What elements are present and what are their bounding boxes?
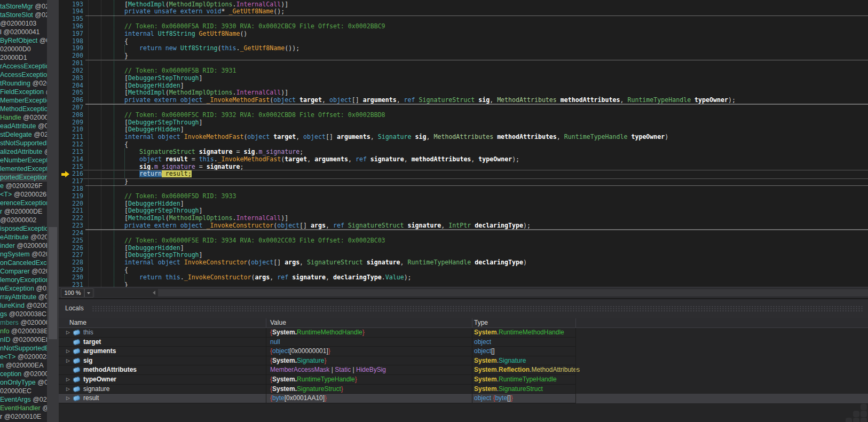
- code-line[interactable]: 211internal object InvokeMethodFast(obje…: [59, 134, 868, 141]
- line-number[interactable]: 231: [64, 282, 83, 287]
- execution-pointer-icon[interactable]: [61, 170, 73, 178]
- line-number[interactable]: 225: [64, 237, 83, 245]
- code-line[interactable]: 201: [59, 60, 868, 67]
- code-line[interactable]: 209[DebuggerStepThrough]: [59, 119, 868, 127]
- code-line[interactable]: 205[MethodImpl(MethodImplOptions.Interna…: [59, 89, 868, 97]
- tree-item[interactable]: taStoreMgr @02000: [0, 2, 47, 11]
- code-line[interactable]: 222[MethodImpl(MethodImplOptions.Interna…: [59, 215, 868, 222]
- tree-item[interactable]: ngSystem @02000: [0, 250, 47, 259]
- expander-icon[interactable]: ▷: [66, 375, 70, 384]
- code-line[interactable]: 215sig.m_signature = signature;: [59, 163, 868, 171]
- line-number[interactable]: 221: [64, 207, 83, 215]
- line-number[interactable]: 226: [64, 245, 83, 252]
- code-line[interactable]: 223private extern object _InvokeConstruc…: [59, 222, 868, 230]
- line-number[interactable]: 207: [64, 104, 83, 112]
- code-editor[interactable]: 193[MethodImpl(MethodImplOptions.Interna…: [59, 0, 868, 287]
- line-number[interactable]: 201: [64, 60, 83, 67]
- tree-item[interactable]: Handle @0200010: [0, 113, 47, 122]
- line-number[interactable]: 224: [64, 230, 83, 237]
- line-number[interactable]: 222: [64, 215, 83, 222]
- locals-row[interactable]: ▷typeOwner{System.RuntimeTypeHandle}Syst…: [59, 375, 575, 385]
- tree-item[interactable]: nNotSupportedExce: [0, 344, 47, 353]
- tree-item[interactable]: r @0200010E: [0, 412, 47, 421]
- locals-row[interactable]: targetnullobject: [59, 338, 575, 347]
- line-number[interactable]: 195: [64, 15, 83, 23]
- code-line[interactable]: 194private unsafe extern void* _GetUtf8N…: [59, 8, 868, 15]
- tree-item[interactable]: lemoryException: [0, 276, 47, 284]
- tree-item[interactable]: ByRefObject @0200: [0, 36, 47, 45]
- line-number[interactable]: 205: [64, 89, 83, 97]
- code-line[interactable]: 199return new Utf8String(this._GetUtf8Na…: [59, 45, 868, 52]
- tree-item[interactable]: eNumberException: [0, 156, 47, 165]
- line-number[interactable]: 214: [64, 156, 83, 163]
- tree-item[interactable]: lementedException: [0, 165, 47, 173]
- tree-item[interactable]: gs @0200038C: [0, 310, 47, 318]
- line-number[interactable]: 203: [64, 75, 83, 82]
- line-number[interactable]: 193: [64, 1, 83, 9]
- line-number[interactable]: 208: [64, 112, 83, 119]
- locals-row[interactable]: methodAttributesMemberAccessMask | Stati…: [59, 365, 575, 375]
- tree-item[interactable]: mbers @020000E7: [0, 318, 47, 327]
- code-line[interactable]: 195: [59, 15, 868, 23]
- zoom-level[interactable]: 100 %: [61, 288, 84, 298]
- code-line[interactable]: 200}: [59, 52, 868, 60]
- code-line[interactable]: 193[MethodImpl(MethodImplOptions.Interna…: [59, 1, 868, 9]
- line-number[interactable]: 210: [64, 126, 83, 134]
- tree-item[interactable]: AccessException @0: [0, 71, 47, 79]
- variable-value[interactable]: {System.RuntimeTypeHandle}: [270, 375, 357, 384]
- line-number[interactable]: 211: [64, 134, 83, 141]
- line-number[interactable]: 218: [64, 185, 83, 193]
- column-divider[interactable]: [266, 318, 266, 328]
- code-line[interactable]: 219// Token: 0x06000F5D RID: 3933: [59, 193, 868, 200]
- tree-item[interactable]: eAttribute @02000: [0, 233, 47, 241]
- expander-icon[interactable]: ▷: [66, 328, 70, 337]
- tree-item[interactable]: wException @0200: [0, 284, 47, 293]
- tree-item[interactable]: stDelegate @02000: [0, 130, 47, 139]
- tree-item[interactable]: MethodException @: [0, 105, 47, 113]
- tree-item[interactable]: ception @020000E: [0, 370, 47, 378]
- scroll-left-icon[interactable]: [151, 291, 155, 295]
- zoom-dropdown-button[interactable]: [84, 288, 93, 298]
- code-line[interactable]: 198{: [59, 38, 868, 45]
- code-line[interactable]: 210[DebuggerHidden]: [59, 126, 868, 134]
- tree-item[interactable]: EventHandler @02: [0, 404, 47, 412]
- code-line[interactable]: 225// Token: 0x06000F5E RID: 3934 RVA: 0…: [59, 237, 868, 245]
- variable-value[interactable]: null: [270, 338, 280, 347]
- expander-icon[interactable]: ▷: [66, 385, 70, 394]
- tree-item[interactable]: @02000002: [0, 216, 47, 224]
- locals-row[interactable]: ▷sig{System.Signature}System.Signature: [59, 356, 575, 366]
- tree-item[interactable]: rAccessException @0: [0, 62, 47, 71]
- tree-item[interactable]: 020000D0: [0, 45, 47, 53]
- column-divider[interactable]: [575, 318, 576, 328]
- code-line[interactable]: 204[DebuggerHidden]: [59, 82, 868, 90]
- code-line[interactable]: 224: [59, 230, 868, 237]
- tree-item[interactable]: taStoreSlot @02000: [0, 11, 47, 19]
- expander-icon[interactable]: ▷: [66, 356, 70, 365]
- expander-icon[interactable]: ▷: [66, 394, 70, 403]
- horizontal-scrollbar[interactable]: [95, 288, 868, 297]
- code-line[interactable]: 221[DebuggerStepThrough]: [59, 207, 868, 215]
- line-number[interactable]: 196: [64, 23, 83, 30]
- code-line[interactable]: 230return this._InvokeConstructor(args, …: [59, 274, 868, 282]
- line-number[interactable]: 199: [64, 45, 83, 52]
- locals-row[interactable]: ▷signature{System.SignatureStruct}System…: [59, 385, 575, 394]
- line-number[interactable]: 194: [64, 8, 83, 15]
- tree-item[interactable]: MemberException @: [0, 96, 47, 105]
- code-line[interactable]: 227[DebuggerStepThrough]: [59, 252, 868, 259]
- line-number[interactable]: 230: [64, 274, 83, 282]
- tree-item[interactable]: erenceException @: [0, 199, 47, 207]
- type-tree[interactable]: taStoreMgr @02000taStoreSlot @02000@0200…: [0, 0, 47, 422]
- line-number[interactable]: 220: [64, 200, 83, 208]
- line-number[interactable]: 209: [64, 119, 83, 127]
- code-line[interactable]: 229{: [59, 267, 868, 274]
- column-header-value[interactable]: Value: [270, 318, 286, 327]
- column-divider[interactable]: [472, 318, 472, 328]
- tree-item[interactable]: stNotSupportedExce: [0, 139, 47, 147]
- tree-item[interactable]: isposedException: [0, 224, 47, 233]
- line-number[interactable]: 202: [64, 67, 83, 75]
- tree-item[interactable]: 20000D1: [0, 53, 47, 62]
- column-header-name[interactable]: Name: [69, 318, 86, 327]
- code-line[interactable]: 203[DebuggerStepThrough]: [59, 75, 868, 82]
- code-line[interactable]: 212{: [59, 141, 868, 149]
- variable-value[interactable]: {System.RuntimeMethodHandle}: [270, 328, 365, 337]
